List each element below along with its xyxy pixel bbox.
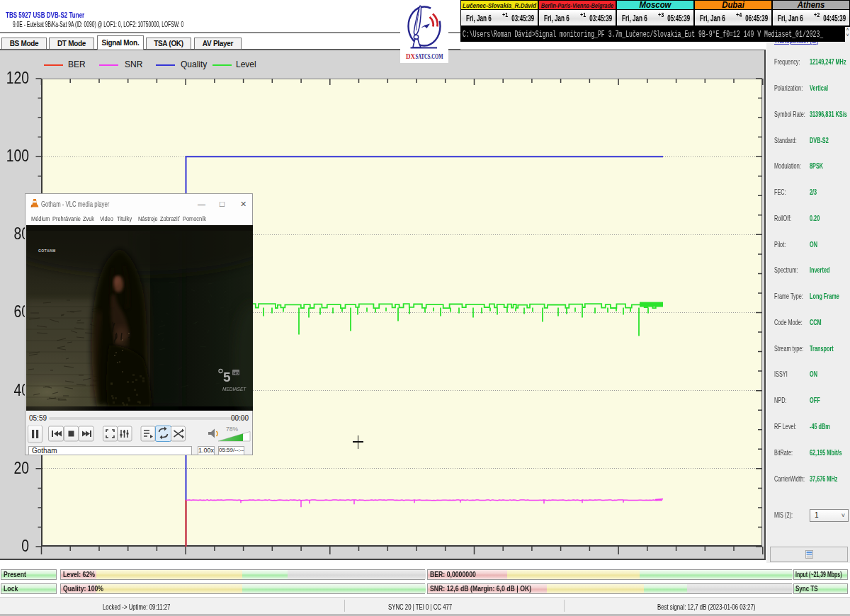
svg-text:MEDIASET: MEDIASET <box>222 387 246 392</box>
svg-text:78%: 78% <box>226 426 238 433</box>
svg-text:GOTHAM: GOTHAM <box>38 249 56 253</box>
svg-text:HD: HD <box>233 371 239 375</box>
svg-text:SATCS.COM: SATCS.COM <box>416 53 443 60</box>
svg-text:5: 5 <box>223 370 231 384</box>
svg-text:DX: DX <box>406 53 415 60</box>
